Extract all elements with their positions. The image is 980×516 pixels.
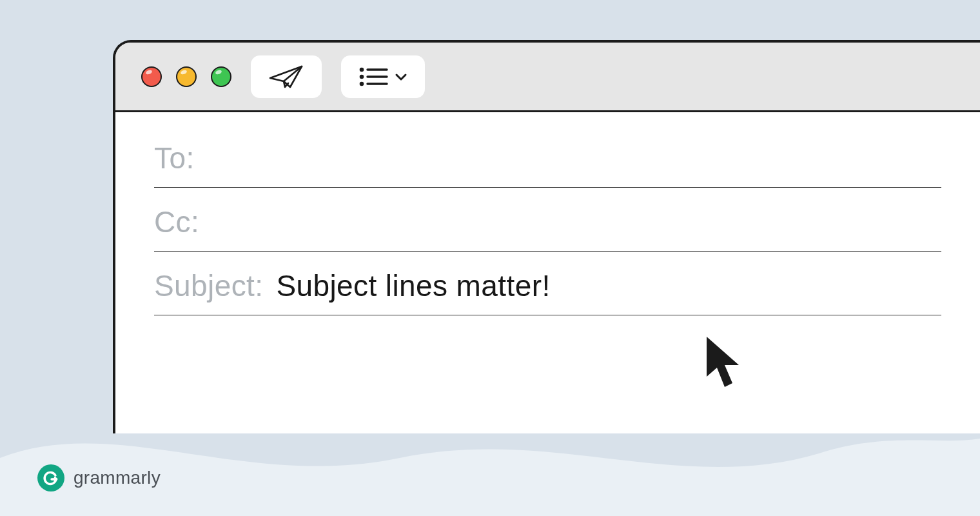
cc-label: Cc: — [154, 204, 199, 239]
brand-g-icon — [43, 470, 59, 486]
window-titlebar — [115, 43, 980, 112]
window-traffic-lights — [141, 66, 231, 87]
subject-value: Subject lines matter! — [276, 268, 550, 303]
subject-field[interactable]: Subject: Subject lines matter! — [154, 252, 941, 315]
brand-mark: grammarly — [37, 464, 161, 491]
send-button[interactable] — [251, 55, 322, 98]
to-label: To: — [154, 141, 195, 175]
paper-plane-icon — [268, 64, 304, 90]
close-button[interactable] — [141, 66, 162, 87]
compose-fields: To: Cc: Subject: Subject lines matter! — [115, 112, 980, 315]
zoom-button[interactable] — [211, 66, 231, 87]
cc-field[interactable]: Cc: — [154, 188, 941, 252]
brand-name: grammarly — [74, 468, 161, 488]
svg-point-2 — [360, 83, 362, 84]
chevron-down-icon — [395, 72, 407, 81]
subject-label: Subject: — [154, 268, 263, 303]
minimize-button[interactable] — [176, 66, 197, 87]
svg-point-0 — [360, 68, 362, 70]
cursor-icon — [703, 334, 748, 391]
list-icon — [358, 66, 388, 88]
svg-point-1 — [360, 75, 362, 77]
brand-badge — [37, 464, 64, 491]
format-dropdown-button[interactable] — [341, 55, 425, 98]
to-field[interactable]: To: — [154, 124, 941, 188]
compose-window: To: Cc: Subject: Subject lines matter! — [113, 40, 980, 433]
